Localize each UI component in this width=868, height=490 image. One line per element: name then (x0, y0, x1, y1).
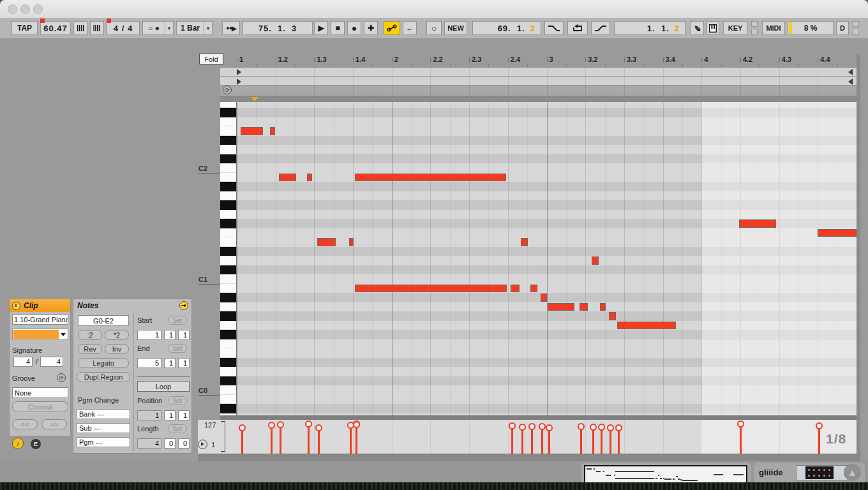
piano-key[interactable] (220, 385, 236, 395)
end-beats-field[interactable]: 1 (164, 358, 176, 368)
velocity-marker[interactable] (241, 428, 243, 454)
cpu-meter[interactable]: 8 % (788, 21, 834, 35)
punch-position-display[interactable]: 69. 1.2 (472, 21, 541, 35)
velocity-marker[interactable] (355, 425, 357, 454)
signature-denominator-field[interactable]: 4 (40, 357, 63, 367)
loop-length-beats-field[interactable]: 0 (164, 438, 176, 449)
loop-position-beats-field[interactable]: 1 (164, 410, 176, 420)
automation-arm-button[interactable] (384, 21, 400, 35)
arrangement-position-display[interactable]: 75. 1. 3 (243, 21, 313, 35)
velocity-marker-head[interactable] (737, 420, 744, 427)
midi-note[interactable] (307, 174, 312, 182)
velocity-marker[interactable] (818, 426, 820, 454)
clip-activator-icon[interactable] (12, 302, 20, 310)
piano-key[interactable] (220, 200, 236, 210)
clip-box-header[interactable]: Clip (10, 299, 70, 312)
tempo-display[interactable]: 60.47 (40, 21, 71, 35)
velocity-lane-play-icon[interactable] (198, 440, 207, 449)
velocity-marker[interactable] (618, 428, 620, 454)
ableton-logo-icon[interactable]: ▲ (844, 464, 861, 481)
signature-numerator-field[interactable]: 4 (13, 357, 33, 367)
midi-note[interactable] (600, 303, 606, 311)
double-time-button[interactable]: *2 (105, 330, 129, 340)
back-to-arrangement-button[interactable]: ← (403, 21, 417, 35)
loop-end-marker[interactable] (848, 78, 853, 85)
loop-start-marker[interactable] (237, 78, 241, 85)
piano-key[interactable] (220, 358, 236, 368)
piano-key[interactable] (220, 376, 236, 386)
time-signature-display[interactable]: 4 / 4 (107, 21, 140, 35)
velocity-marker[interactable] (580, 427, 582, 454)
piano-key[interactable] (220, 191, 236, 201)
loop-marker-strip[interactable] (220, 76, 857, 85)
velocity-marker[interactable] (541, 427, 543, 454)
punch-out-button[interactable] (591, 21, 610, 35)
piano-key[interactable] (220, 265, 236, 275)
loop-length-bars-field[interactable]: 4 (137, 438, 161, 449)
velocity-marker[interactable] (318, 428, 320, 454)
velocity-marker-head[interactable] (353, 421, 360, 428)
window-close-button[interactable] (8, 4, 17, 14)
velocity-marker-head[interactable] (816, 422, 823, 429)
start-bars-field[interactable]: 1 (137, 330, 161, 340)
end-bars-field[interactable]: 5 (137, 358, 161, 368)
piano-key[interactable] (220, 404, 236, 413)
piano-key[interactable] (220, 311, 236, 321)
nudge-up-button[interactable] (90, 21, 104, 35)
overdub-button[interactable]: ✚ (364, 21, 378, 35)
piano-key[interactable] (220, 348, 236, 358)
velocity-marker-head[interactable] (607, 424, 614, 431)
piano-key[interactable] (220, 210, 236, 219)
new-button[interactable]: NEW (444, 21, 467, 35)
loop-length-sixteenths-field[interactable]: 0 (178, 438, 190, 449)
follow-button[interactable]: ●●▶ (222, 21, 240, 35)
midi-note[interactable] (355, 285, 507, 293)
clip-overview[interactable] (584, 465, 747, 484)
velocity-marker[interactable] (350, 426, 352, 454)
velocity-marker[interactable] (280, 425, 281, 454)
midi-note[interactable] (580, 303, 588, 311)
velocity-marker-head[interactable] (239, 424, 246, 431)
velocity-marker[interactable] (531, 427, 533, 454)
velocity-marker[interactable] (610, 428, 611, 454)
midi-note[interactable] (541, 293, 547, 302)
midi-note[interactable] (511, 285, 520, 293)
session-record-button[interactable]: ○ (426, 21, 442, 35)
midi-note[interactable] (270, 127, 275, 135)
next-clip-button[interactable]: >> (41, 419, 67, 429)
velocity-marker-head[interactable] (546, 424, 553, 431)
position-set-button[interactable]: Set (168, 396, 187, 405)
computer-midi-keyboard-button[interactable] (707, 21, 719, 35)
loop-button[interactable] (567, 21, 588, 35)
midi-note-grid[interactable] (237, 102, 857, 415)
stop-button[interactable]: ■ (331, 21, 345, 35)
start-beats-field[interactable]: 1 (164, 330, 176, 340)
insert-marker[interactable] (251, 97, 258, 101)
piano-key[interactable] (220, 163, 236, 173)
midi-note[interactable] (279, 174, 296, 182)
piano-key[interactable] (220, 228, 236, 238)
loop-brace-strip[interactable] (220, 85, 857, 96)
piano-key[interactable] (220, 117, 236, 127)
draw-mode-button[interactable]: ✎ (690, 21, 704, 35)
velocity-marker[interactable] (548, 428, 550, 454)
key-map-mode-button[interactable]: KEY (723, 21, 747, 35)
play-button[interactable]: ▶ (314, 21, 328, 35)
piano-key[interactable] (220, 339, 236, 349)
midi-note[interactable] (530, 285, 537, 293)
piano-key[interactable] (220, 126, 236, 136)
quantization-dropdown[interactable]: ▼ (204, 21, 213, 35)
piano-key[interactable] (220, 395, 236, 405)
piano-key[interactable] (220, 302, 236, 312)
velocity-marker-head[interactable] (509, 422, 516, 429)
midi-note[interactable] (818, 229, 857, 237)
velocity-marker-head[interactable] (268, 422, 275, 429)
velocity-marker-head[interactable] (615, 424, 622, 431)
bank-select-field[interactable]: Bank --- (77, 409, 130, 419)
duplicate-region-button[interactable]: Dupl.Region (77, 372, 130, 382)
piano-key[interactable] (220, 102, 236, 108)
velocity-marker-head[interactable] (598, 424, 605, 431)
midi-note[interactable] (317, 238, 336, 246)
piano-key[interactable] (220, 145, 236, 154)
midi-note[interactable] (521, 238, 528, 246)
